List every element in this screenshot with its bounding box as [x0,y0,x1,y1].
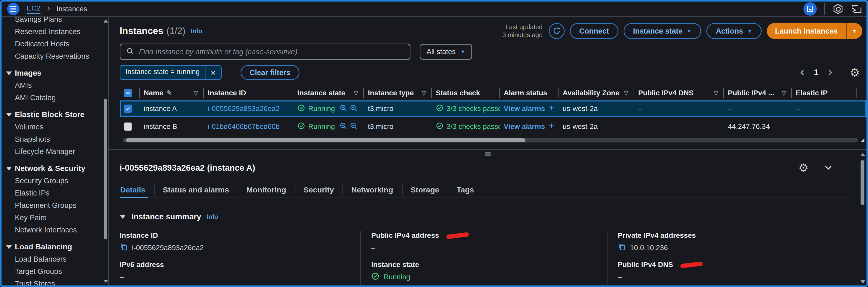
remove-filter-button[interactable]: × [206,66,221,79]
cloudshell-hexagon-icon[interactable] [833,4,843,14]
tab-tags[interactable]: Tags [448,183,483,198]
launch-instances-button[interactable]: Launch instances [767,23,846,39]
tab-networking[interactable]: Networking [343,183,402,198]
details-scrollbar[interactable] [860,153,865,283]
instance-summary-header[interactable]: Instance summary Info [120,212,866,221]
sidebar-item-volumes[interactable]: Volumes [2,121,108,133]
sidebar-item-target-groups[interactable]: Target Groups [2,265,108,278]
instance-id-link[interactable]: i-0055629a893a26ea2 [208,104,280,113]
breadcrumb-ec2-link[interactable]: EC2 [27,4,40,14]
sidebar-item-savings-plans[interactable]: Savings Plans [2,17,108,25]
search-box[interactable] [120,43,410,60]
sidebar-item-elastic-ips[interactable]: Elastic IPs [2,187,108,199]
filter-triangle-icon[interactable]: ▽ [353,90,360,97]
previous-page-button[interactable] [799,69,806,76]
zoom-out-icon[interactable] [350,122,358,131]
plus-icon[interactable] [548,123,555,131]
scroll-down-arrow-icon[interactable] [103,280,108,283]
zoom-in-icon[interactable] [339,122,347,131]
table-row-instance-a[interactable]: instance A i-0055629a893a26ea2 Running t… [120,100,866,117]
sidebar-item-dedicated-hosts[interactable]: Dedicated Hosts [2,38,108,50]
tab-security[interactable]: Security [295,183,343,198]
actions-button[interactable]: Actions▼ [706,23,762,39]
search-input[interactable] [139,47,404,56]
column-header-public-ipv4[interactable]: Public IPv4 ...▽ [724,86,792,100]
page-number[interactable]: 1 [814,68,818,77]
zoom-in-icon[interactable] [339,104,347,114]
column-header-instance-type[interactable]: Instance type▽ [364,86,432,100]
tab-storage[interactable]: Storage [402,183,448,198]
sidebar-item-security-groups[interactable]: Security Groups [2,174,108,187]
details-settings-button[interactable]: ⚙ [799,162,809,173]
filter-triangle-icon[interactable]: ▽ [714,90,720,97]
scroll-down-arrow-icon[interactable] [860,280,865,283]
refresh-button[interactable] [549,23,565,39]
sidebar-section-network-security[interactable]: Network & Security [2,162,108,174]
filter-triangle-icon[interactable]: ▽ [624,90,630,97]
hamburger-menu-button[interactable] [7,3,20,15]
sidebar-scrollbar[interactable] [103,20,107,283]
scroll-up-arrow-icon[interactable] [103,20,108,23]
terminal-icon[interactable] [851,3,862,14]
tab-status-and-alarms[interactable]: Status and alarms [154,183,238,198]
row-checkbox-checked[interactable] [124,104,132,113]
sidebar-section-images[interactable]: Images [2,67,108,79]
filter-triangle-icon[interactable]: ▽ [422,90,428,97]
column-header-instance-id[interactable]: Instance ID [204,86,293,100]
column-header-availability-zone[interactable]: Availability Zone▽ [559,86,634,100]
collapse-panel-button[interactable] [824,163,833,173]
horizontal-scrollbar-thumb[interactable] [126,138,525,142]
sidebar-item-lifecycle-manager[interactable]: Lifecycle Manager [2,145,108,158]
next-page-button[interactable] [826,69,834,76]
instance-id-link[interactable]: i-01bd6406b67bed60b [208,123,280,131]
copy-icon[interactable] [618,243,626,253]
details-scrollbar-thumb[interactable] [861,160,864,205]
select-all-checkbox[interactable] [124,89,132,97]
tab-monitoring[interactable]: Monitoring [238,183,295,198]
info-link[interactable]: Info [207,213,218,220]
clear-filters-button[interactable]: Clear filters [241,65,300,80]
table-row-instance-b[interactable]: instance B i-01bd6406b67bed60b Running t… [120,118,866,135]
filter-token-label[interactable]: Instance state = running [120,66,206,79]
copy-icon[interactable] [120,243,128,253]
filter-token[interactable]: Instance state = running × [120,65,222,80]
instance-summary-fields: Instance ID i-0055629a893a26ea2 IPv6 add… [120,231,866,285]
split-panel-button[interactable] [803,2,817,15]
column-header-alarm-status[interactable]: Alarm status [500,86,559,100]
sidebar-item-trust-stores[interactable]: Trust Stores [2,278,108,285]
tab-details[interactable]: Details [120,183,154,198]
instance-state-button[interactable]: Instance state▼ [624,23,701,39]
sidebar-scrollbar-thumb[interactable] [104,99,107,240]
sidebar-section-elastic-block-store[interactable]: Elastic Block Store [2,108,108,121]
plus-icon[interactable] [548,104,555,113]
sidebar-item-capacity-reservations[interactable]: Capacity Reservations [2,50,108,62]
sidebar-section-load-balancing[interactable]: Load Balancing [2,241,108,253]
sidebar-item-snapshots[interactable]: Snapshots [2,133,108,145]
column-header-name[interactable]: Name✎▽ [140,86,204,100]
panel-resize-handle[interactable] [485,153,491,156]
sidebar-item-ami-catalog[interactable]: AMI Catalog [2,92,108,104]
column-header-instance-state[interactable]: Instance state▽ [293,86,364,100]
sidebar-item-key-pairs[interactable]: Key Pairs [2,212,108,224]
column-header-public-ipv4-dns[interactable]: Public IPv4 DNS▽ [634,86,724,100]
filter-triangle-icon[interactable]: ▽ [193,90,199,97]
horizontal-scrollbar[interactable] [123,138,858,142]
info-link[interactable]: Info [191,27,203,35]
view-alarms-link[interactable]: View alarms [504,104,545,113]
connect-button[interactable]: Connect [570,23,618,39]
scroll-up-arrow-icon[interactable] [860,153,865,156]
all-states-dropdown[interactable]: All states▼ [420,44,472,60]
sidebar-item-network-interfaces[interactable]: Network Interfaces [2,224,108,236]
filter-triangle-icon[interactable]: ▽ [781,90,787,97]
column-header-status-check[interactable]: Status check [432,86,500,100]
sidebar-item-reserved-instances[interactable]: Reserved Instances [2,25,108,38]
launch-instances-dropdown[interactable]: ▼ [846,23,862,39]
sidebar-item-placement-groups[interactable]: Placement Groups [2,199,108,212]
zoom-out-icon[interactable] [350,104,358,114]
table-settings-button[interactable]: ⚙ [850,67,860,78]
row-checkbox-unchecked[interactable] [124,123,132,131]
column-header-elastic-ip[interactable]: Elastic IP [792,86,857,100]
sidebar-item-load-balancers[interactable]: Load Balancers [2,253,108,265]
view-alarms-link[interactable]: View alarms [504,123,545,131]
sidebar-item-amis[interactable]: AMIs [2,79,108,92]
